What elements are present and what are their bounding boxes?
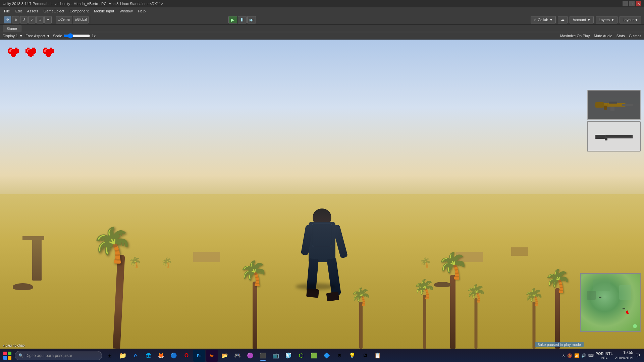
game-view-canvas[interactable]: 🌴 🌴 🌴 🌴 🌴 🌴 🌴 🌴 xyxy=(0,40,644,349)
game1-btn[interactable]: 🎮 xyxy=(231,350,244,362)
photoshop-btn[interactable]: Ps xyxy=(193,350,205,362)
svg-rect-16 xyxy=(28,54,34,56)
collab-button[interactable]: ✓ Collab ▼ xyxy=(531,16,556,23)
browser-opera-btn[interactable]: O xyxy=(180,350,193,362)
menu-bar: File Edit Assets GameObject Component Mo… xyxy=(0,7,644,15)
menu-gameobject[interactable]: GameObject xyxy=(41,8,67,14)
game-tab[interactable]: Game xyxy=(3,25,21,32)
keyboard-icon[interactable]: ⌨ xyxy=(588,353,594,358)
hand-tool[interactable]: ✥ xyxy=(4,16,11,23)
svg-rect-20 xyxy=(44,48,47,49)
heart-2 xyxy=(24,46,38,58)
app5-btn[interactable]: 🔷 xyxy=(321,350,333,362)
center-pivot-button[interactable]: ⊙ Center xyxy=(56,16,72,23)
toolbar: ✥ ⊕ ↺ ⤢ □ ✦ ⊙ Center ⊕ Global ▶ ⏸ ⏭ ✓ Co… xyxy=(0,15,644,25)
svg-rect-19 xyxy=(27,50,28,52)
task-view-button[interactable]: ⊞ xyxy=(103,350,115,362)
taskbar-search[interactable]: 🔍 Digite aqui para pesquisar xyxy=(15,351,102,360)
shotgun-icon xyxy=(592,131,636,142)
app4-btn[interactable]: 🟩 xyxy=(308,350,320,362)
global-pivot-button[interactable]: ⊕ Global xyxy=(73,16,89,23)
app7-btn[interactable]: 💡 xyxy=(346,350,358,362)
svg-rect-10 xyxy=(27,48,30,49)
app9-btn[interactable]: 📋 xyxy=(372,350,384,362)
app1-btn[interactable]: 🟣 xyxy=(244,350,256,362)
watchtower xyxy=(32,237,42,281)
app6-btn[interactable]: ⚙ xyxy=(333,350,345,362)
tray-icons: ∧ 🔕 📶 🔊 ⌨ xyxy=(562,353,594,358)
scale-tool[interactable]: ⤢ xyxy=(28,16,36,23)
cloud-button[interactable]: ☁ xyxy=(558,16,568,23)
minimap-marker xyxy=(633,324,637,328)
pause-button[interactable]: ⏸ xyxy=(238,16,247,23)
pivot-group: ⊙ Center ⊕ Global xyxy=(55,16,90,23)
maximize-on-play-btn[interactable]: Maximize On Play xyxy=(560,34,590,38)
notification-center-icon[interactable]: 🗨 xyxy=(635,353,640,358)
bake-notice: Bake paused in play mode xyxy=(535,342,584,347)
rotate-tool[interactable]: ↺ xyxy=(20,16,28,23)
start-button[interactable] xyxy=(1,350,13,362)
unity-btn[interactable]: ⬛ xyxy=(257,350,269,362)
browser-ie-btn[interactable]: e xyxy=(129,350,142,362)
language-indicator[interactable]: POR INTL INTL xyxy=(596,351,613,360)
file-explorer-btn[interactable]: 📁 xyxy=(117,350,129,362)
svg-rect-27 xyxy=(47,56,50,57)
menu-edit[interactable]: Edit xyxy=(13,8,24,14)
svg-rect-1 xyxy=(15,48,17,49)
transform-tool[interactable]: ✦ xyxy=(44,16,52,23)
app2-btn[interactable]: 📺 xyxy=(270,350,282,362)
account-button[interactable]: Account ▼ xyxy=(570,16,594,23)
heart-3 xyxy=(42,46,55,58)
animate-btn[interactable]: An xyxy=(206,350,218,362)
stats-btn[interactable]: Stats xyxy=(616,34,625,38)
network-icon[interactable]: 📶 xyxy=(574,353,579,358)
layout-button[interactable]: Layout ▼ xyxy=(620,16,641,23)
time-display: 19:55 xyxy=(615,350,633,356)
svg-rect-12 xyxy=(25,49,36,50)
move-tool[interactable]: ⊕ xyxy=(12,16,19,23)
app3-btn[interactable]: ⬡ xyxy=(295,350,307,362)
app8-btn[interactable]: 🖥 xyxy=(359,350,371,362)
menu-component[interactable]: Component xyxy=(67,8,91,14)
mute-audio-btn[interactable]: Mute Audio xyxy=(594,34,612,38)
play-controls: ▶ ⏸ ⏭ xyxy=(228,16,256,23)
step-button[interactable]: ⏭ xyxy=(247,16,256,23)
browser-edge-btn[interactable]: 🌐 xyxy=(142,350,154,362)
aspect-selector[interactable]: Free Aspect ▼ xyxy=(25,34,50,38)
menu-window[interactable]: Window xyxy=(117,8,135,14)
minimap xyxy=(580,273,641,332)
scale-control: Scale 1x xyxy=(53,33,96,39)
menu-mobile-input[interactable]: Mobile Input xyxy=(91,8,117,14)
svg-rect-40 xyxy=(595,135,605,139)
tray-expand[interactable]: ∧ xyxy=(562,353,565,358)
clock[interactable]: 19:55 21/09/2019 xyxy=(615,350,633,361)
notification-icon[interactable]: 🔕 xyxy=(567,353,572,358)
close-button[interactable]: ✕ xyxy=(636,1,641,6)
rect-tool[interactable]: □ xyxy=(36,16,44,23)
svg-rect-0 xyxy=(9,48,12,49)
menu-file[interactable]: File xyxy=(1,8,13,14)
svg-rect-42 xyxy=(632,135,633,138)
play-button[interactable]: ▶ xyxy=(228,16,237,23)
maximize-button[interactable]: □ xyxy=(629,1,635,6)
svg-rect-34 xyxy=(609,102,617,104)
gizmos-btn[interactable]: Gizmos xyxy=(629,34,641,38)
minimap-player-marker xyxy=(626,310,629,314)
volume-icon[interactable]: 🔊 xyxy=(581,353,586,358)
weapon-slot-1[interactable] xyxy=(587,90,641,120)
scale-slider[interactable] xyxy=(63,33,90,39)
svg-rect-28 xyxy=(45,49,47,50)
taskbar: 🔍 Digite aqui para pesquisar ⊞ 📁 e 🌐 🦊 🔵… xyxy=(0,349,644,362)
filezilla-btn[interactable]: 📂 xyxy=(219,350,231,362)
weapon-slot-2[interactable] xyxy=(587,121,641,152)
distant-wall-1 xyxy=(193,252,220,262)
blender-btn[interactable]: 🧊 xyxy=(282,350,294,362)
minimize-button[interactable]: ─ xyxy=(623,1,628,6)
menu-assets[interactable]: Assets xyxy=(24,8,41,14)
browser-firefox-btn[interactable]: 🦊 xyxy=(155,350,167,362)
display-selector[interactable]: Display 1 ▼ xyxy=(3,34,23,38)
menu-help[interactable]: Help xyxy=(135,8,148,14)
layers-button[interactable]: Layers ▼ xyxy=(596,16,618,23)
browser-chrome-btn[interactable]: 🔵 xyxy=(168,350,180,362)
search-icon: 🔍 xyxy=(18,353,23,358)
